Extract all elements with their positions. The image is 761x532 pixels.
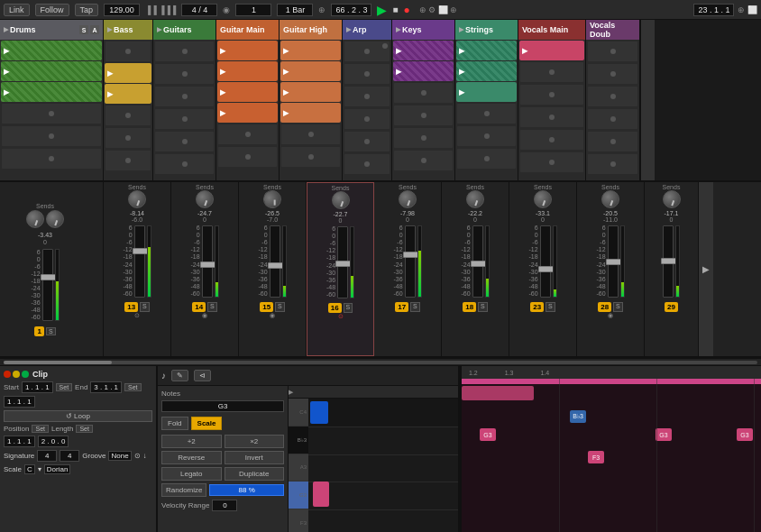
vocalsdoub-slot-6[interactable] bbox=[588, 154, 637, 174]
bass-play-2[interactable]: ▶ bbox=[107, 69, 113, 78]
guitarhigh-clip-3[interactable]: ▶ bbox=[280, 82, 341, 102]
randomize-btn[interactable]: Randomize bbox=[161, 483, 206, 497]
strings-play-2[interactable]: ▶ bbox=[459, 68, 464, 76]
piano-key-a3[interactable]: A3 bbox=[289, 454, 308, 482]
guitars-slot-2[interactable] bbox=[155, 64, 214, 84]
knob-send-1b[interactable] bbox=[46, 210, 64, 228]
sig-den[interactable]: 4 bbox=[60, 450, 79, 462]
vocalsdoub-slot-1[interactable] bbox=[588, 41, 637, 61]
ch-num-18[interactable]: 18 bbox=[463, 302, 476, 312]
drums-clip-2[interactable]: ▶ bbox=[1, 61, 102, 81]
solo-13[interactable]: S bbox=[140, 302, 150, 312]
strings-clip-3[interactable]: ▶ bbox=[456, 82, 517, 102]
knob-18a[interactable] bbox=[466, 190, 484, 208]
fader-track-1[interactable] bbox=[42, 249, 53, 321]
guitarhigh-slot-5[interactable] bbox=[281, 124, 340, 144]
roll-grid[interactable] bbox=[308, 399, 458, 532]
bass-play-3[interactable]: ▶ bbox=[107, 90, 113, 98]
bass-collapse-icon[interactable]: ▶ bbox=[107, 26, 112, 33]
guitarmain-play-4[interactable]: ▶ bbox=[220, 109, 225, 117]
keys-slot-5[interactable] bbox=[394, 128, 453, 148]
solo-28[interactable]: S bbox=[613, 302, 623, 312]
scale-button[interactable]: Scale bbox=[191, 417, 223, 430]
tracks-scrollbar[interactable] bbox=[640, 20, 655, 180]
loop-start-display[interactable]: 23 . 1 . 1 bbox=[693, 4, 734, 16]
guitarmain-slot-6[interactable] bbox=[218, 147, 277, 167]
knob-15a[interactable] bbox=[261, 188, 284, 211]
mixer-scroll-right[interactable]: ▶ bbox=[699, 182, 713, 356]
mixer-scrollbar[interactable] bbox=[0, 358, 761, 365]
solo-17[interactable]: S bbox=[410, 302, 420, 312]
scale-key[interactable]: C bbox=[24, 464, 35, 474]
guitarhigh-clip-1[interactable]: ▶ bbox=[280, 41, 341, 60]
sig-num[interactable]: 4 bbox=[37, 450, 57, 462]
fader-15[interactable] bbox=[270, 225, 280, 298]
drums-slot-4[interactable] bbox=[2, 104, 101, 124]
ch-num-23[interactable]: 23 bbox=[530, 302, 544, 312]
strings-slot-6[interactable] bbox=[457, 149, 516, 169]
vocalsmain-slot-4[interactable] bbox=[520, 107, 583, 127]
arr-body[interactable]: B♭3 G3 G3 G3 G3 F3 bbox=[462, 379, 761, 532]
fader-17[interactable] bbox=[405, 225, 416, 298]
strings-clip-2[interactable]: ▶ bbox=[456, 61, 517, 81]
arp-slot-5[interactable] bbox=[344, 132, 390, 151]
guitarmain-clip-3[interactable]: ▶ bbox=[217, 82, 278, 102]
keys-play-2[interactable]: ▶ bbox=[396, 68, 401, 76]
guitarhigh-play-3[interactable]: ▶ bbox=[283, 88, 289, 96]
strings-clip-1[interactable]: ▶ bbox=[456, 41, 517, 60]
time-sig-display[interactable]: 4 / 4 bbox=[181, 4, 217, 16]
guitarmain-clip-2[interactable]: ▶ bbox=[217, 61, 278, 81]
strings-play-3[interactable]: ▶ bbox=[459, 88, 464, 96]
vocalsmain-slot-2[interactable] bbox=[520, 62, 583, 82]
length-val[interactable]: 2 . 0 . 0 bbox=[38, 436, 69, 447]
scale-mode[interactable]: Dorian bbox=[44, 464, 71, 474]
arr-note-g3-3[interactable]: G3 bbox=[737, 428, 753, 441]
midi-select-btn[interactable]: ⊲ bbox=[194, 370, 211, 381]
guitars-slot-5[interactable] bbox=[155, 132, 214, 151]
solo-btn-1[interactable]: S bbox=[46, 327, 56, 335]
link-button[interactable]: Link bbox=[4, 4, 30, 16]
vocalsmain-slot-3[interactable] bbox=[520, 85, 583, 105]
vocalsmain-slot-6[interactable] bbox=[520, 152, 583, 172]
invert-btn[interactable]: Invert bbox=[225, 451, 285, 464]
piano-key-bb3[interactable]: B♭3 bbox=[289, 427, 308, 454]
bass-slot-1[interactable] bbox=[105, 41, 151, 61]
indicator-red[interactable] bbox=[4, 371, 11, 378]
drums-clip-1[interactable]: ▶ bbox=[1, 41, 102, 60]
randomize-pct[interactable]: 88 % bbox=[209, 484, 284, 496]
piano-key-c4[interactable]: C4 bbox=[289, 399, 308, 427]
keys-slot-3[interactable] bbox=[394, 83, 453, 103]
arr-note-g3-1[interactable]: G3 bbox=[480, 428, 496, 441]
solo-15[interactable]: S bbox=[275, 302, 285, 312]
keys-slot-6[interactable] bbox=[394, 151, 453, 170]
keys-clip-2[interactable]: ▶ bbox=[393, 61, 454, 81]
arp-slot-6[interactable] bbox=[344, 154, 390, 174]
scrollbar-track[interactable] bbox=[4, 361, 757, 364]
solo-23[interactable]: S bbox=[546, 302, 555, 312]
ch-num-13[interactable]: 13 bbox=[124, 302, 138, 312]
guitarmain-play-3[interactable]: ▶ bbox=[220, 88, 225, 96]
roll-header-arrow[interactable]: ▶ bbox=[289, 389, 293, 396]
ch-num-17[interactable]: 17 bbox=[395, 302, 408, 312]
pos-set-btn[interactable]: Set bbox=[32, 425, 49, 433]
knob-16a[interactable] bbox=[332, 191, 350, 209]
keys-slot-4[interactable] bbox=[394, 105, 453, 125]
strings-collapse-icon[interactable]: ▶ bbox=[459, 26, 463, 33]
transpose-up-btn[interactable]: +2 bbox=[161, 435, 222, 448]
vocalsmain-clip-1[interactable]: ▶ bbox=[519, 41, 584, 60]
knob-28a[interactable] bbox=[601, 190, 619, 208]
loop-button[interactable]: ↺ Loop bbox=[4, 410, 152, 422]
ch-num-1[interactable]: 1 bbox=[34, 326, 43, 336]
ch-num-15[interactable]: 15 bbox=[260, 302, 273, 312]
bass-slot-4[interactable] bbox=[105, 105, 151, 125]
ch-num-14[interactable]: 14 bbox=[192, 302, 206, 312]
indicator-green[interactable] bbox=[22, 371, 29, 378]
guitarhigh-play-4[interactable]: ▶ bbox=[283, 109, 289, 117]
piano-key-f3[interactable]: F3 bbox=[289, 509, 308, 532]
solo-16[interactable]: S bbox=[344, 303, 353, 313]
drums-play-3[interactable]: ▶ bbox=[4, 88, 9, 96]
drums-clip-3[interactable]: ▶ bbox=[1, 82, 102, 102]
arr-note-bb3[interactable]: B♭3 bbox=[570, 410, 586, 423]
keys-play-1[interactable]: ▶ bbox=[396, 47, 401, 55]
groove-sel[interactable]: None bbox=[108, 451, 131, 461]
